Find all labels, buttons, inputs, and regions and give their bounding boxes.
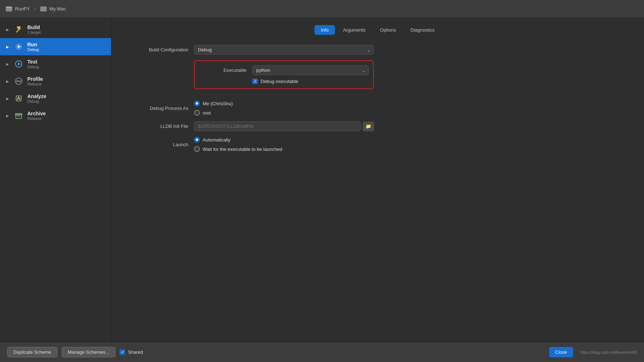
title-bar: RunPY › My Mac [0,0,644,18]
sidebar: ▶ Build 1 target ▶ [0,18,111,342]
lldb-init-label: LLDB Init File [122,124,194,129]
tab-info[interactable]: Info [314,25,335,35]
svg-rect-13 [15,113,22,115]
play-icon [14,42,24,52]
sidebar-arrow-profile: ▶ [5,79,10,84]
radio-option-auto[interactable]: Automatically [194,137,374,143]
executable-section: Executable python python3 ⌄ [194,60,374,89]
svg-rect-1 [6,7,12,8]
sidebar-item-run-subtitle: Debug [27,47,39,52]
debug-process-radio-group: Me (ChrisShu) root [194,101,374,116]
sidebar-item-profile-title: Profile [27,76,43,82]
svg-marker-8 [18,62,20,65]
sidebar-item-archive-title: Archive [27,111,46,116]
executable-control: python python3 ⌄ [252,65,369,75]
executable-select[interactable]: python python3 [252,65,369,75]
archive-icon [14,111,24,121]
shared-checkbox[interactable]: ✓ [120,349,125,355]
launch-radio-group: Automatically Wait for the executable to… [194,137,374,152]
shared-label: Shared [128,349,143,355]
radio-label-me: Me (ChrisShu) [203,101,233,106]
sidebar-item-test-text: Test Debug [27,59,39,69]
tab-options[interactable]: Options [373,25,402,35]
launch-row: Launch Automatically Wait for the execut… [122,137,633,152]
svg-rect-4 [17,27,20,28]
sidebar-arrow-analyze: ▶ [5,96,10,101]
sidebar-item-analyze[interactable]: ▶ Analyze Debug [0,90,111,107]
build-config-control: Debug Release ⌄ [194,45,374,55]
shared-section: ✓ Shared [120,349,143,355]
sidebar-arrow-archive: ▶ [5,113,10,118]
radio-option-me[interactable]: Me (ChrisShu) [194,101,374,106]
sidebar-item-build-text: Build 1 target [27,24,41,34]
build-config-row: Build Configuration Debug Release ⌄ [122,45,633,55]
sidebar-arrow-build: ▶ [5,27,10,32]
lldb-input-wrapper: 📁 [194,121,374,131]
launch-control: Automatically Wait for the executable to… [194,137,374,152]
radio-dot-me [194,101,200,106]
tab-bar: Info Arguments Options Diagnostics [122,25,633,35]
sidebar-item-run[interactable]: ▶ Run Debug [0,38,111,55]
radio-option-root[interactable]: root [194,110,374,116]
sidebar-item-build-title: Build [27,24,41,30]
mac-label: My Mac [50,6,66,11]
lldb-init-control: 📁 [194,121,374,131]
build-config-label: Build Configuration [122,47,194,52]
sidebar-item-analyze-subtitle: Debug [27,99,46,103]
wave-icon [14,76,24,86]
shared-checkmark-icon: ✓ [121,350,124,354]
sidebar-item-archive[interactable]: ▶ Archive Release [0,107,111,124]
url-text: https://blog.csdn.net/lovechris00 [580,350,637,354]
sidebar-item-test-title: Test [27,59,39,65]
radio-label-wait: Wait for the executable to be launched [203,147,282,152]
sidebar-item-profile-subtitle: Release [27,82,43,86]
sidebar-arrow-test: ▶ [5,61,10,66]
launch-label: Launch [122,142,194,147]
arrow-up-icon [14,93,24,103]
executable-select-wrapper: python python3 ⌄ [252,65,369,75]
breadcrumb-chevron: › [34,6,36,11]
sidebar-item-analyze-title: Analyze [27,93,46,99]
build-config-select[interactable]: Debug Release [194,45,374,55]
radio-option-wait[interactable]: Wait for the executable to be launched [194,146,374,152]
debug-executable-label: Debug executable [261,79,298,84]
sidebar-item-analyze-text: Analyze Debug [27,93,46,103]
executable-label: Executable [195,68,252,73]
tab-diagnostics[interactable]: Diagnostics [404,25,441,35]
debug-process-row: Debug Process As Me (ChrisShu) root [122,101,633,116]
lldb-init-row: LLDB Init File 📁 [122,121,633,131]
build-config-select-wrapper: Debug Release ⌄ [194,45,374,55]
radio-label-root: root [203,110,211,116]
radio-label-auto: Automatically [203,137,230,143]
lldb-init-input[interactable] [194,121,361,131]
sidebar-item-run-text: Run Debug [27,42,39,52]
sidebar-item-run-title: Run [27,42,39,47]
sidebar-item-profile[interactable]: ▶ Profile Release [0,73,111,90]
sidebar-item-profile-text: Profile Release [27,76,43,86]
duplicate-scheme-button[interactable]: Duplicate Scheme [7,347,58,357]
manage-schemes-button[interactable]: Manage Schemes... [62,347,116,357]
folder-browse-button[interactable]: 📁 [363,122,374,131]
bottom-bar: Duplicate Scheme Manage Schemes... ✓ Sha… [0,342,644,362]
app-name: RunPY [15,6,30,11]
sidebar-item-test[interactable]: ▶ Test Debug [0,55,111,73]
debug-process-label: Debug Process As [122,106,194,111]
close-button[interactable]: Close [549,347,573,357]
debug-executable-checkbox[interactable]: ✓ [252,79,258,84]
hammer-icon [14,24,24,34]
content-area: Info Arguments Options Diagnostics Build… [111,18,644,342]
checkmark-icon: ✓ [254,79,257,83]
app-window-icon [6,6,12,11]
radio-dot-wait [194,146,200,152]
debug-executable-row: ✓ Debug executable [195,79,369,84]
radio-dot-auto [194,137,200,143]
tab-arguments[interactable]: Arguments [336,25,372,35]
sidebar-item-archive-text: Archive Release [27,111,46,121]
sidebar-item-archive-subtitle: Release [27,116,46,121]
mac-icon [40,6,47,11]
sidebar-item-test-subtitle: Debug [27,65,39,69]
sidebar-item-build[interactable]: ▶ Build 1 target [0,21,111,38]
sidebar-item-build-subtitle: 1 target [27,30,41,34]
executable-row: Executable python python3 ⌄ [195,65,369,75]
main-area: ▶ Build 1 target ▶ [0,18,644,342]
